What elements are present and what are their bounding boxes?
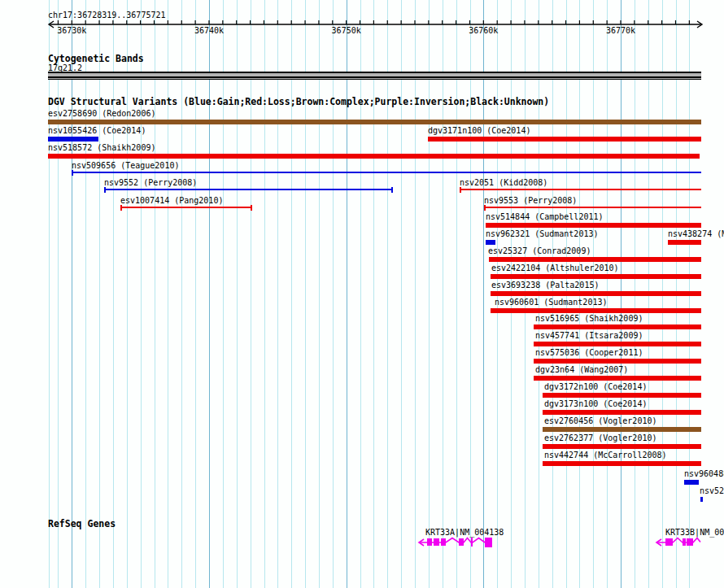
variant-bar[interactable] <box>684 480 699 485</box>
variant-label[interactable]: nsv960601 (Sudmant2013) <box>495 298 607 307</box>
variant-bar[interactable] <box>543 461 701 466</box>
variant-bar[interactable] <box>486 223 701 228</box>
variant-bar[interactable] <box>668 240 701 245</box>
variant-bar[interactable] <box>543 427 701 432</box>
grid-line <box>387 0 388 588</box>
variant-label[interactable]: nsv9553 (Perry2008) <box>484 197 577 205</box>
grid-line <box>291 0 292 588</box>
grid-line <box>72 0 72 588</box>
variant-bar[interactable] <box>48 120 701 124</box>
variant-bar[interactable] <box>543 444 701 449</box>
gene-exon <box>459 538 464 546</box>
variant-line[interactable] <box>104 189 393 190</box>
variant-label[interactable]: dgv3172n100 (Coe2014) <box>544 383 647 391</box>
variant-bar[interactable] <box>491 308 701 313</box>
grid-line <box>401 0 402 588</box>
variant-bar[interactable] <box>534 359 701 364</box>
variant-bar[interactable] <box>428 137 701 142</box>
genome-browser-panel: chr17:36728319..36775721 Cytogenetic Ban… <box>0 0 724 588</box>
variant-label[interactable]: nsv516965 (Shaikh2009) <box>535 315 643 323</box>
variant-bar[interactable] <box>491 291 701 296</box>
variant-endtick <box>72 170 73 176</box>
variant-label[interactable]: esv2422104 (Altshuler2010) <box>491 264 619 272</box>
grid-line <box>141 0 142 588</box>
grid-line <box>99 0 100 588</box>
variant-bar[interactable] <box>543 393 701 398</box>
variant-label[interactable]: nsv509656 (Teague2010) <box>72 162 179 170</box>
grid-line <box>415 0 416 588</box>
grid-line <box>181 0 182 588</box>
variant-bar[interactable] <box>534 324 701 329</box>
gene-exon <box>427 538 432 546</box>
variant-label[interactable]: nsv1055426 (Coe2014) <box>48 127 146 135</box>
variant-label[interactable]: esv25327 (Conrad2009) <box>488 247 591 255</box>
grid-line <box>333 0 334 588</box>
variant-label[interactable]: dgv3173n100 (Coe2014) <box>544 400 647 408</box>
grid-line <box>251 0 251 588</box>
gene-exon <box>471 538 473 547</box>
variant-label[interactable]: nsv962321 (Sudmant2013) <box>486 230 598 238</box>
variant-line[interactable] <box>460 189 701 190</box>
variant-label[interactable]: esv2760456 (Vogler2010) <box>544 417 656 425</box>
grid-line <box>319 0 320 588</box>
variant-bar[interactable] <box>489 257 701 262</box>
gene-exon <box>434 538 439 546</box>
variant-endtick <box>120 205 122 211</box>
variant-label[interactable]: dgv3171n100 (Coe2014) <box>428 127 530 135</box>
grid-line <box>85 0 86 588</box>
gene-exon <box>665 538 673 546</box>
dgv-track-title: DGV Structural Variants (Blue:Gain;Red:L… <box>48 98 549 107</box>
grid-line <box>429 0 430 588</box>
variant-label[interactable]: esv1007414 (Pang2010) <box>120 197 223 205</box>
variant-bar[interactable] <box>700 497 703 502</box>
gene-exon <box>441 538 446 546</box>
grid-line <box>483 0 484 588</box>
variant-bar[interactable] <box>48 154 700 159</box>
gene-exon <box>485 538 492 547</box>
ruler-tick-label: 36760k <box>469 26 498 35</box>
variant-label[interactable]: esv3693238 (Palta2015) <box>491 281 599 290</box>
variant-line[interactable] <box>484 207 701 208</box>
cytoband-name: 17q21.2 <box>48 64 82 72</box>
variant-bar[interactable] <box>48 137 98 142</box>
variant-endtick <box>251 205 252 211</box>
variant-label[interactable]: dgv23n64 (Wang2007) <box>535 366 628 374</box>
variant-endtick <box>391 187 393 193</box>
gene-exon <box>687 538 693 546</box>
variant-label[interactable]: nsv9552 (Perry2008) <box>104 179 197 187</box>
variant-line[interactable] <box>72 172 701 173</box>
variant-bar[interactable] <box>534 376 701 381</box>
variant-bar[interactable] <box>534 342 701 346</box>
variant-label[interactable]: nsv442744 (McCarroll2008) <box>544 451 667 460</box>
variant-label[interactable]: nsv2051 (Kidd2008) <box>460 179 547 187</box>
variant-label[interactable]: nsv438274 (M <box>668 230 724 238</box>
grid-line <box>360 0 361 588</box>
grid-line <box>49 0 50 588</box>
grid-line <box>264 0 265 588</box>
grid-line <box>195 0 196 588</box>
variant-label[interactable]: nsv514844 (Campbell2011) <box>486 213 604 221</box>
grid-line <box>277 0 278 588</box>
gene-glyph[interactable] <box>412 534 503 551</box>
variant-bar[interactable] <box>491 274 701 279</box>
ruler: 36730k36740k36750k36760k36770k <box>0 0 724 37</box>
variant-label[interactable]: nsv960488 <box>684 470 724 478</box>
cytoband <box>48 79 701 81</box>
ruler-tick-label: 36730k <box>57 26 86 35</box>
grid-line <box>305 0 306 588</box>
variant-line[interactable] <box>120 207 252 208</box>
grid-line <box>127 0 128 588</box>
gene-glyph[interactable] <box>652 534 724 551</box>
ruler-tick-label: 36740k <box>194 26 224 35</box>
ruler-tick-label: 36770k <box>606 26 635 35</box>
variant-bar[interactable] <box>543 410 701 415</box>
variant-bar[interactable] <box>486 240 495 245</box>
grid-line <box>237 0 238 588</box>
variant-label[interactable]: nsv575036 (Cooper2011) <box>535 349 643 357</box>
variant-label[interactable]: nsv518572 (Shaikh2009) <box>48 144 155 152</box>
variant-label[interactable]: nsv457741 (Itsara2009) <box>535 332 643 340</box>
variant-label[interactable]: esv2762377 (Vogler2010) <box>544 434 656 442</box>
grid-line <box>347 0 347 588</box>
variant-label[interactable]: nsv52 <box>700 487 724 495</box>
variant-label[interactable]: esv2758690 (Redon2006) <box>48 110 155 118</box>
